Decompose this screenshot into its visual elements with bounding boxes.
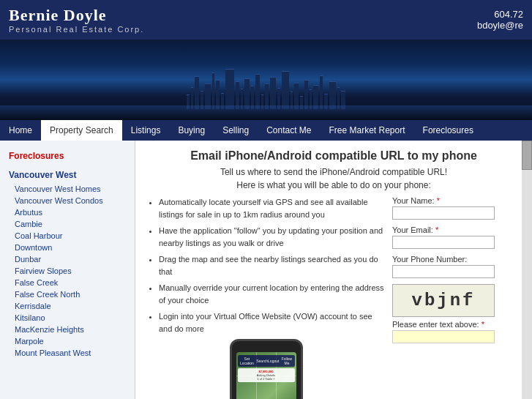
phone-image: Set LocationSearchLogoutFollow Me $7,985… xyxy=(230,339,303,399)
feature-item-3: Drag the map and see the nearby listings… xyxy=(159,253,385,277)
name-input[interactable] xyxy=(392,206,495,220)
email-row: Your Email: * xyxy=(392,225,520,249)
content-body: Automatically locate yourself via GPS an… xyxy=(147,196,520,399)
company-name: Bernie Doyle xyxy=(9,6,144,25)
sidebar-item-cambie[interactable]: Cambie xyxy=(0,218,135,230)
feature-item-4: Manually override your current location … xyxy=(159,282,385,306)
name-label: Your Name: * xyxy=(392,196,520,205)
feature-item-5: Login into your Virtual Office Website (… xyxy=(159,310,385,335)
skyline xyxy=(0,65,532,109)
right-column: Your Name: * Your Email: * Your Phone Nu… xyxy=(392,196,520,399)
phone-listing-box: $7,985,000 Asking Details 1 of 2 Table » xyxy=(238,368,295,382)
header-phone: 604.72 xyxy=(477,9,523,20)
header-email: bdoyle@re xyxy=(477,20,523,31)
company-subtitle: Personal Real Estate Corp. xyxy=(9,25,144,34)
nav-property-search[interactable]: Property Search xyxy=(41,120,122,141)
page-title: Email iPhone/Android compatible URL to m… xyxy=(147,149,520,163)
nav-contact[interactable]: Contact Me xyxy=(258,120,320,141)
sidebar-item-marpole[interactable]: Marpole xyxy=(0,335,135,347)
header-contact: 604.72 bdoyle@re xyxy=(477,9,523,31)
captcha-row: vbjnf Please enter text above: * xyxy=(392,284,520,343)
sidebar-item-fairview-slopes[interactable]: Fairview Slopes xyxy=(0,265,135,277)
nav-listings[interactable]: Listings xyxy=(122,120,170,141)
email-label: Your Email: * xyxy=(392,225,520,234)
header: Bernie Doyle Personal Real Estate Corp. … xyxy=(0,0,532,40)
sidebar-item-kitsilano[interactable]: Kitsilano xyxy=(0,312,135,324)
phone-label: Your Phone Number: xyxy=(392,255,520,264)
sidebar: Foreclosures Vancouver West Vancouver We… xyxy=(0,141,135,399)
logo: Bernie Doyle Personal Real Estate Corp. xyxy=(9,6,144,34)
page-instruction: Here is what you will be able to do on y… xyxy=(147,180,520,190)
sidebar-item-downtown[interactable]: Downtown xyxy=(0,242,135,253)
sidebar-item-vancouver-west-homes[interactable]: Vancouver West Homes xyxy=(0,183,135,195)
sidebar-item-mount-pleasant-west[interactable]: Mount Pleasant West xyxy=(0,347,135,359)
name-row: Your Name: * xyxy=(392,196,520,220)
phone-row: Your Phone Number: xyxy=(392,255,520,278)
sidebar-item-false-creek-north[interactable]: False Creek North xyxy=(0,288,135,300)
hero-banner xyxy=(0,40,532,120)
sidebar-item-mackenzie-heights[interactable]: MacKenzie Heights xyxy=(0,324,135,335)
captcha-input[interactable] xyxy=(392,330,495,343)
nav-foreclosures[interactable]: Foreclosures xyxy=(414,120,482,141)
scrollbar-thumb[interactable] xyxy=(522,141,532,170)
sidebar-item-false-creek[interactable]: False Creek xyxy=(0,277,135,288)
nav-market-report[interactable]: Free Market Report xyxy=(321,120,414,141)
sidebar-item-dunbar[interactable]: Dunbar xyxy=(0,253,135,265)
main-content: Email iPhone/Android compatible URL to m… xyxy=(135,141,532,399)
nav-home[interactable]: Home xyxy=(0,120,41,141)
main-layout: Foreclosures Vancouver West Vancouver We… xyxy=(0,141,532,399)
captcha-image: vbjnf xyxy=(392,284,495,317)
sidebar-foreclosures[interactable]: Foreclosures xyxy=(0,148,135,164)
hero-reflection xyxy=(0,105,532,120)
phone-screen: Set LocationSearchLogoutFollow Me $7,985… xyxy=(236,352,296,400)
nav-buying[interactable]: Buying xyxy=(169,120,214,141)
email-input[interactable] xyxy=(392,236,495,249)
nav-selling[interactable]: Selling xyxy=(214,120,258,141)
feature-item-1: Automatically locate yourself via GPS an… xyxy=(159,196,385,220)
feature-item-2: Have the application "follow" you by upd… xyxy=(159,225,385,249)
features-list: Automatically locate yourself via GPS an… xyxy=(147,196,385,335)
sidebar-item-coal-harbour[interactable]: Coal Harbour xyxy=(0,230,135,242)
navigation: Home Property Search Listings Buying Sel… xyxy=(0,120,532,141)
sidebar-item-arbutus[interactable]: Arbutus xyxy=(0,206,135,218)
phone-input[interactable] xyxy=(392,265,495,278)
phone-container: Set LocationSearchLogoutFollow Me $7,985… xyxy=(147,339,385,399)
captcha-label: Please enter text above: * xyxy=(392,320,520,329)
left-column: Automatically locate yourself via GPS an… xyxy=(147,196,385,399)
sidebar-item-vancouver-west-condos[interactable]: Vancouver West Condos xyxy=(0,195,135,206)
scrollbar-track[interactable] xyxy=(522,141,532,399)
sidebar-item-kerrisdale[interactable]: Kerrisdale xyxy=(0,300,135,312)
phone-ui-top: Set LocationSearchLogoutFollow Me xyxy=(238,355,295,367)
page-subtitle: Tell us where to send the iPhone/Android… xyxy=(147,167,520,177)
sidebar-vancouver-west[interactable]: Vancouver West xyxy=(0,167,135,183)
